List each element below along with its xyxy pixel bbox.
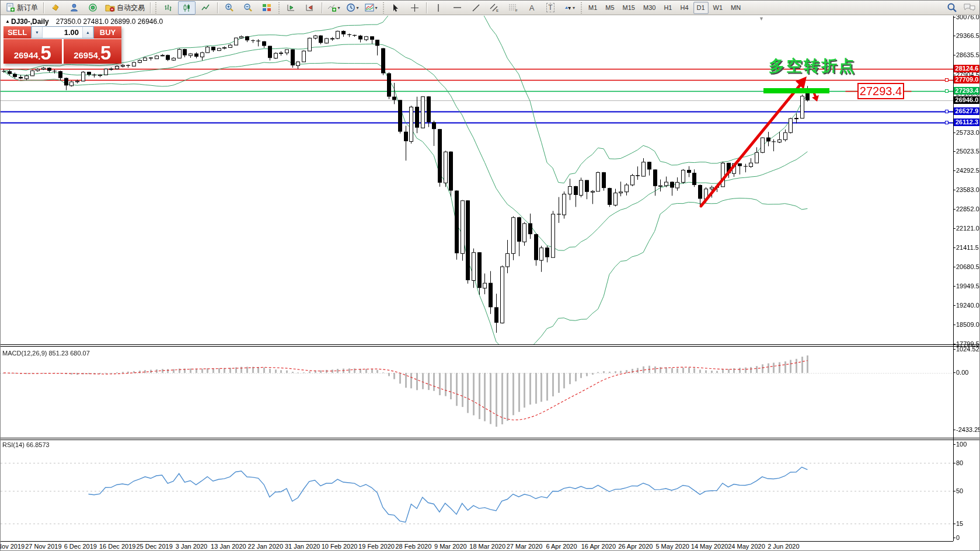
auto-trading-icon <box>105 3 115 12</box>
tab-timeframe-d1[interactable]: D1 <box>693 2 709 14</box>
search-icon[interactable] <box>947 2 957 13</box>
price-axis-tick: 21411.5 <box>956 244 979 251</box>
price-axis-tick-mark <box>953 151 955 152</box>
date-axis-label: 16 Dec 2019 <box>99 543 135 550</box>
chat-icon[interactable] <box>963 3 976 12</box>
date-axis-label: 2 Jun 2020 <box>768 543 799 550</box>
price-axis-tick: 24292.5 <box>956 167 979 174</box>
line-chart-button[interactable] <box>197 1 214 15</box>
fibonacci-button[interactable]: F <box>504 1 522 15</box>
navigator-icon <box>69 3 79 12</box>
trendline-button[interactable] <box>467 1 484 15</box>
bar-chart-button[interactable] <box>159 1 177 15</box>
candlestick-chart-button[interactable] <box>178 1 196 15</box>
auto-scroll-icon <box>287 4 296 12</box>
zoom-in-icon <box>225 3 234 12</box>
macd-axis-tick-mark <box>953 372 955 373</box>
price-axis-tick-mark <box>953 344 955 344</box>
volume-stepper: ▼ 1.00 ▲ <box>31 26 94 39</box>
highlight-bar[interactable] <box>763 88 829 93</box>
volume-up-button[interactable]: ▲ <box>82 27 93 38</box>
new-order-button[interactable]: 新订单 <box>4 1 40 15</box>
toolbar-separator <box>43 2 44 13</box>
volume-value[interactable]: 1.00 <box>43 27 82 38</box>
volume-down-button[interactable]: ▼ <box>32 27 43 38</box>
price-axis-tick-mark <box>953 17 955 18</box>
chart-shift-button[interactable] <box>301 1 319 15</box>
toolbar-grip <box>382 2 385 13</box>
macd-axis-tick-mark <box>953 349 955 350</box>
alerts-button[interactable] <box>84 1 102 15</box>
price-axis-tick-mark <box>953 75 955 75</box>
zoom-out-button[interactable] <box>239 1 257 15</box>
macd-axis-tick: 0.00 <box>956 369 968 376</box>
periods-button[interactable]: ▾ <box>344 1 361 15</box>
auto-scroll-button[interactable] <box>283 1 300 15</box>
chart-shift-marker-icon[interactable]: ▼ <box>759 16 764 22</box>
toolbar-separator <box>426 2 427 13</box>
arrows-button[interactable]: ▾ <box>560 1 578 15</box>
tab-timeframe-m15[interactable]: M15 <box>619 2 639 14</box>
price-axis-tick: 19240.0 <box>956 302 979 309</box>
equidistant-channel-button[interactable]: E <box>486 1 503 15</box>
tab-timeframe-h4[interactable]: H4 <box>676 2 692 14</box>
tab-timeframe-m1[interactable]: M1 <box>585 2 601 14</box>
date-axis-label: 9 Mar 2020 <box>434 543 467 550</box>
periods-clock-icon <box>346 3 355 12</box>
rsi-axis-tick-mark <box>953 491 955 491</box>
rsi-axis-tick: 100 <box>956 441 967 448</box>
panel-collapse-icon[interactable]: ▲ <box>5 19 10 24</box>
price-tag-label[interactable]: 27293.4 <box>857 83 904 99</box>
svg-text:E: E <box>496 9 498 12</box>
buy-price[interactable]: 26954.5 <box>64 39 122 64</box>
date-axis-label: 22 Jan 2020 <box>248 543 284 550</box>
buy-button[interactable]: BUY <box>94 26 121 39</box>
horizontal-line-button[interactable] <box>448 1 466 15</box>
text-button[interactable]: A <box>523 1 540 15</box>
toolbar-right-group <box>947 2 976 13</box>
rsi-axis-tick: 50 <box>956 487 963 494</box>
panel-separator[interactable] <box>1 344 980 345</box>
price-axis-tick: 22852.0 <box>956 205 979 212</box>
macd-axis-tick: -2433.25 <box>956 426 980 433</box>
macd-panel-canvas[interactable] <box>1 347 953 438</box>
tile-windows-button[interactable] <box>258 1 275 15</box>
zoom-in-button[interactable] <box>221 1 238 15</box>
rsi-panel-canvas[interactable] <box>1 440 953 541</box>
sell-button[interactable]: SELL <box>4 26 31 39</box>
price-level-label: 26527.9 <box>954 107 980 115</box>
panel-separator[interactable] <box>1 438 980 438</box>
toolbar: 新订单 自动交易 <box>1 1 980 15</box>
indicators-button[interactable]: ▾ <box>325 1 343 15</box>
price-axis-tick-mark <box>953 55 955 55</box>
tab-timeframe-m30[interactable]: M30 <box>640 2 659 14</box>
price-axis-tick: 23583.0 <box>956 186 979 193</box>
market-watch-button[interactable] <box>47 1 64 15</box>
symbol-info: DJ30-,Daily27350.0 27481.0 26899.0 26946… <box>5 18 163 26</box>
auto-trading-button[interactable]: 自动交易 <box>103 1 147 15</box>
price-axis-tick-mark <box>953 170 955 171</box>
tab-timeframe-mn[interactable]: MN <box>727 2 744 14</box>
tile-windows-icon <box>262 3 271 12</box>
text-label-button[interactable]: T <box>542 1 559 15</box>
crosshair-button[interactable] <box>406 1 423 15</box>
new-order-label: 新订单 <box>17 3 38 13</box>
price-axis-tick-mark <box>953 247 955 248</box>
panel-separator <box>1 346 980 347</box>
vertical-line-button[interactable] <box>430 1 447 15</box>
date-axis-label: 24 May 2020 <box>728 543 765 550</box>
price-axis-tick: 18509.0 <box>956 321 979 328</box>
navigator-button[interactable] <box>65 1 83 15</box>
tab-timeframe-w1[interactable]: W1 <box>710 2 727 14</box>
templates-button[interactable]: ▾ <box>362 1 380 15</box>
date-axis-label: 27 Mar 2020 <box>507 543 543 550</box>
text-label-icon: T <box>546 3 554 12</box>
tab-timeframe-m5[interactable]: M5 <box>602 2 618 14</box>
cursor-button[interactable] <box>387 1 404 15</box>
sell-price[interactable]: 26944.5 <box>4 39 62 64</box>
price-axis-tick-mark <box>953 325 955 325</box>
date-axis-label: 19 Feb 2020 <box>358 543 395 550</box>
zoom-out-icon <box>243 3 253 12</box>
toolbar-grip <box>278 2 280 13</box>
tab-timeframe-h1[interactable]: H1 <box>660 2 675 14</box>
